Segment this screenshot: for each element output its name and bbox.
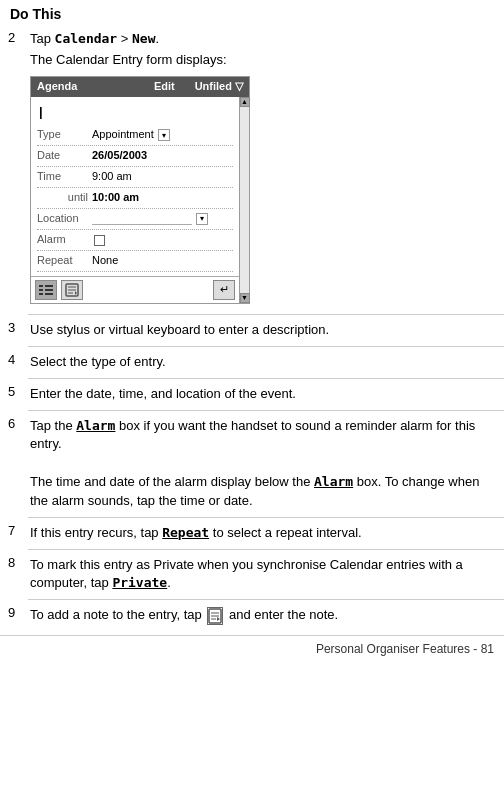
step-3-content: Use stylus or virtual keyboard to enter … [28, 314, 504, 346]
calendar-keyword: Calendar [55, 31, 118, 46]
step-3-number: 3 [0, 314, 28, 346]
cal-tb-note-btn[interactable] [61, 280, 83, 300]
step-5-row: 5 Enter the date, time, and location of … [0, 378, 504, 410]
cal-type-value[interactable]: Appointment [92, 127, 154, 143]
step-4-row: 4 Select the type of entry. [0, 346, 504, 378]
step-3-row: 3 Use stylus or virtual keyboard to ente… [0, 314, 504, 346]
alarm-keyword-2: Alarm [314, 474, 353, 489]
step-9-number: 9 [0, 599, 28, 631]
cal-date-row: Date 26/05/2003 [37, 146, 233, 167]
cal-scroll-fill [240, 107, 249, 293]
step-5-content: Enter the date, time, and location of th… [28, 378, 504, 410]
do-this-label: Do This [10, 6, 61, 22]
private-keyword: Private [112, 575, 167, 590]
svg-rect-2 [39, 293, 43, 295]
cal-until-row: until 10:00 am [37, 188, 233, 209]
cal-tb-back-btn[interactable]: ↵ [213, 280, 235, 300]
list-icon [39, 284, 53, 296]
footer-text: Personal Organiser Features - 81 [316, 642, 494, 656]
step-7-text: If this entry recurs, tap Repeat to sele… [30, 525, 362, 540]
cal-scroll-down[interactable]: ▼ [240, 293, 250, 303]
cal-scrollbar[interactable]: ▲ ▼ [239, 97, 249, 303]
new-keyword: New [132, 31, 155, 46]
step-4-content: Select the type of entry. [28, 346, 504, 378]
cal-tb-list-btn[interactable] [35, 280, 57, 300]
cal-until-label: until [37, 190, 92, 206]
step-2-content: Tap Calendar > New. The Calendar Entry f… [28, 24, 504, 314]
cal-location-dropdown[interactable]: ▾ [196, 213, 208, 225]
cal-location-row: Location ▾ [37, 209, 233, 230]
step-2-desc: The Calendar Entry form displays: [30, 51, 496, 70]
cal-repeat-label: Repeat [37, 253, 92, 269]
step-9-text: To add a note to the entry, tap and ente… [30, 607, 338, 622]
step-5-number: 5 [0, 378, 28, 410]
step-8-content: To mark this entry as Private when you s… [28, 549, 504, 600]
step-6-number: 6 [0, 410, 28, 517]
cal-body-wrapper: | Type Appointment ▾ Date 26/05/2003 [31, 97, 249, 303]
cal-alarm-row: Alarm [37, 230, 233, 251]
cal-time-label: Time [37, 169, 92, 185]
cal-time-value[interactable]: 9:00 am [92, 169, 132, 185]
cal-toolbar: ↵ [31, 276, 239, 303]
step-4-number: 4 [0, 346, 28, 378]
cal-scroll-up[interactable]: ▲ [240, 97, 250, 107]
repeat-keyword: Repeat [162, 525, 209, 540]
cal-date-label: Date [37, 148, 92, 164]
cal-main-col: | Type Appointment ▾ Date 26/05/2003 [31, 97, 239, 303]
step-4-text: Select the type of entry. [30, 354, 166, 369]
cal-type-label: Type [37, 127, 92, 143]
cal-body: | Type Appointment ▾ Date 26/05/2003 [31, 97, 239, 276]
cal-until-value[interactable]: 10:00 am [92, 190, 139, 206]
cal-repeat-row: Repeat None [37, 251, 233, 272]
step-3-text: Use stylus or virtual keyboard to enter … [30, 322, 329, 337]
page-footer: Personal Organiser Features - 81 [0, 635, 504, 662]
step-2-number: 2 [0, 24, 28, 314]
cal-type-dropdown[interactable]: ▾ [158, 129, 170, 141]
cal-header-agenda[interactable]: Agenda [37, 79, 77, 95]
cal-alarm-checkbox[interactable] [94, 235, 105, 246]
cal-header-edit[interactable]: Edit [154, 79, 175, 95]
step-2-tap-text: Tap Calendar > New. [30, 30, 496, 49]
step-6-text-2: The time and date of the alarm display b… [30, 474, 479, 508]
step-5-text: Enter the date, time, and location of th… [30, 386, 296, 401]
cal-location-label: Location [37, 211, 92, 227]
step-6-content: Tap the Alarm box if you want the handse… [28, 410, 504, 517]
step-7-number: 7 [0, 517, 28, 549]
cal-alarm-label: Alarm [37, 232, 92, 248]
step-6-text: Tap the Alarm box if you want the handse… [30, 418, 475, 452]
calendar-widget: Agenda Edit Unfiled ▽ | Type [30, 76, 250, 304]
note-icon [65, 283, 79, 297]
cal-header-right: Edit Unfiled ▽ [154, 79, 243, 95]
alarm-keyword-1: Alarm [76, 418, 115, 433]
cal-header: Agenda Edit Unfiled ▽ [31, 77, 249, 97]
note-inline-icon[interactable] [207, 607, 223, 625]
cal-header-unfiled[interactable]: Unfiled ▽ [195, 79, 243, 95]
cal-cursor: | [37, 101, 233, 126]
cal-type-row: Type Appointment ▾ [37, 125, 233, 146]
step-2-row: 2 Tap Calendar > New. The Calendar Entry… [0, 24, 504, 314]
cal-date-value[interactable]: 26/05/2003 [92, 148, 147, 164]
step-6-row: 6 Tap the Alarm box if you want the hand… [0, 410, 504, 517]
step-8-row: 8 To mark this entry as Private when you… [0, 549, 504, 600]
step-8-text: To mark this entry as Private when you s… [30, 557, 463, 591]
svg-rect-1 [39, 289, 43, 291]
svg-rect-4 [45, 289, 53, 291]
cal-repeat-value[interactable]: None [92, 253, 118, 269]
step-9-content: To add a note to the entry, tap and ente… [28, 599, 504, 631]
svg-rect-5 [45, 293, 53, 295]
step-9-row: 9 To add a note to the entry, tap and en… [0, 599, 504, 631]
header: Do This [0, 0, 504, 24]
svg-rect-3 [45, 285, 53, 287]
step-8-number: 8 [0, 549, 28, 600]
cal-location-value[interactable] [92, 213, 192, 225]
step-7-content: If this entry recurs, tap Repeat to sele… [28, 517, 504, 549]
cal-time-row: Time 9:00 am [37, 167, 233, 188]
step-7-row: 7 If this entry recurs, tap Repeat to se… [0, 517, 504, 549]
svg-rect-0 [39, 285, 43, 287]
